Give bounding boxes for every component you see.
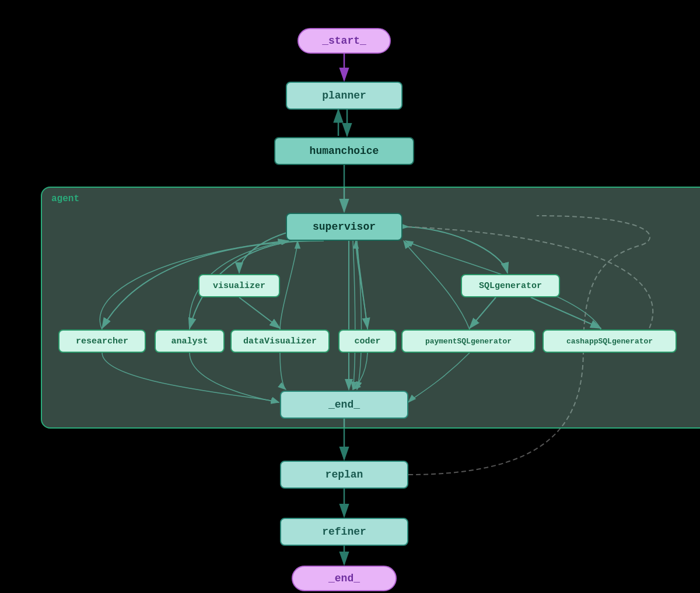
refiner-node: refiner [280,518,408,546]
planner-node: planner [286,82,402,110]
researcher-node: researcher [58,329,146,353]
coder-node: coder [338,329,397,353]
humanchoice-node: humanchoice [274,137,414,165]
start-node: _start_ [298,28,391,54]
supervisor-node: supervisor [286,213,402,241]
paymentsqlgenerator-node: paymentSQLgenerator [401,329,536,353]
diagram-container: agent _start_ planner humanchoice superv… [0,0,700,593]
sqlgenerator-node: SQLgenerator [461,274,560,297]
cashappsqlgenerator-node: cashappSQLgenerator [542,329,677,353]
end-outer-node: _end_ [292,566,397,591]
replan-node: replan [280,461,408,489]
analyst-node: analyst [155,329,225,353]
agent-label: agent [51,194,79,204]
end-inner-node: _end_ [280,391,408,419]
datavisualizer-node: dataVisualizer [230,329,330,353]
flowchart-diagram: agent _start_ planner humanchoice superv… [29,12,671,577]
visualizer-node: visualizer [198,274,280,297]
